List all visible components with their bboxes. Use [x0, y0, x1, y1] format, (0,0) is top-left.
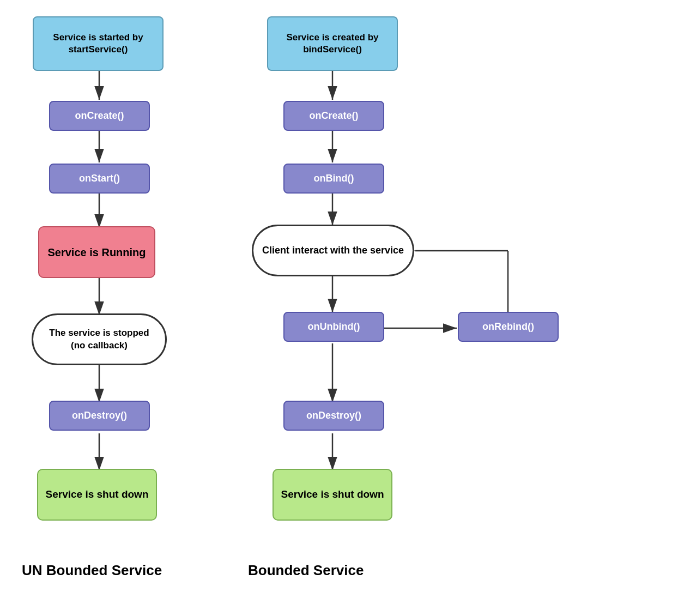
l6-ondestroy: onDestroy()	[49, 401, 150, 431]
r5-onunbind: onUnbind()	[283, 312, 384, 342]
r4-client-interact: Client interact with the service	[252, 225, 414, 276]
l2-oncreate: onCreate()	[49, 101, 150, 131]
r8-onrebind: onRebind()	[458, 312, 559, 342]
l5-service-stopped: The service is stopped(no callback)	[32, 313, 167, 365]
footer-unbounded-label: UN Bounded Service	[22, 562, 162, 579]
l1-start-service: Service is started by startService()	[33, 16, 164, 71]
diagram-container: Service is started by startService() onC…	[0, 0, 678, 589]
r7-shutdown: Service is shut down	[273, 469, 392, 521]
r3-onbind: onBind()	[283, 164, 384, 194]
l7-shutdown: Service is shut down	[37, 469, 157, 521]
l4-service-running: Service is Running	[38, 226, 155, 278]
r6-ondestroy: onDestroy()	[283, 401, 384, 431]
r2-oncreate: onCreate()	[283, 101, 384, 131]
l3-onstart: onStart()	[49, 164, 150, 194]
footer-bounded-label: Bounded Service	[248, 562, 364, 579]
r1-bind-service: Service is created by bindService()	[267, 16, 398, 71]
